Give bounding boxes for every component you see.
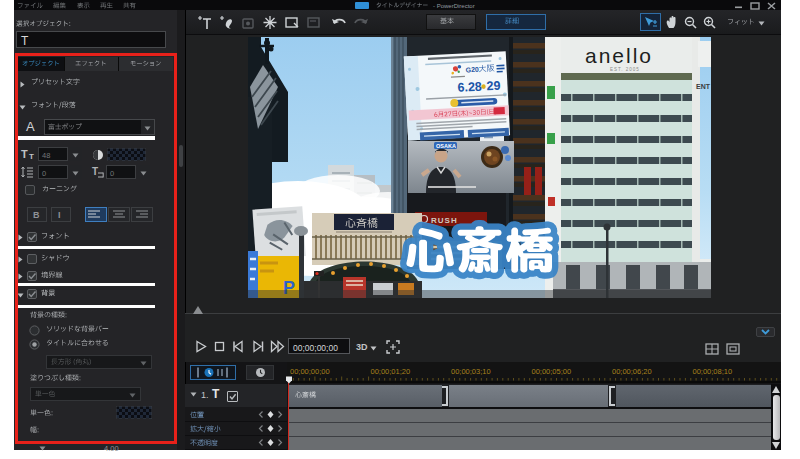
svg-text:RUSH: RUSH [431,216,458,225]
svg-text:29: 29 [486,79,501,94]
svg-text:OSAKA: OSAKA [436,143,456,149]
svg-text:anello: anello [585,44,653,67]
svg-text:6.28: 6.28 [457,80,482,95]
svg-text:G20: G20 [465,66,479,74]
svg-text:ENT: ENT [696,83,711,90]
svg-text:EST. 2005: EST. 2005 [610,67,640,72]
